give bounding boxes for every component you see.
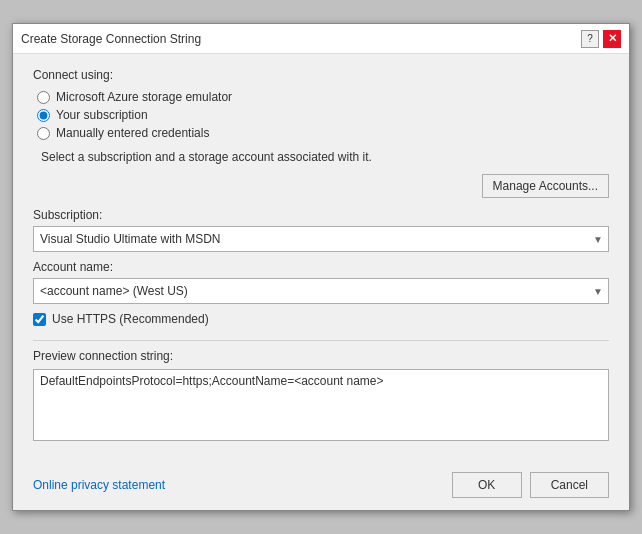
account-name-dropdown[interactable]: <account name> (West US) xyxy=(33,278,609,304)
preview-textarea[interactable] xyxy=(33,369,609,441)
title-bar-buttons: ? ✕ xyxy=(581,30,621,48)
manage-accounts-button[interactable]: Manage Accounts... xyxy=(482,174,609,198)
use-https-label: Use HTTPS (Recommended) xyxy=(52,312,209,326)
privacy-link[interactable]: Online privacy statement xyxy=(33,478,165,492)
dialog-title: Create Storage Connection String xyxy=(21,32,201,46)
https-checkbox-row: Use HTTPS (Recommended) xyxy=(33,312,609,326)
connect-using-label: Connect using: xyxy=(33,68,609,82)
account-name-label: Account name: xyxy=(33,260,609,274)
radio-subscription[interactable]: Your subscription xyxy=(37,108,609,122)
close-button[interactable]: ✕ xyxy=(603,30,621,48)
radio-group: Microsoft Azure storage emulator Your su… xyxy=(33,90,609,140)
preview-section: Preview connection string: xyxy=(33,349,609,444)
subscription-label: Subscription: xyxy=(33,208,609,222)
subscription-dropdown[interactable]: Visual Studio Ultimate with MSDN xyxy=(33,226,609,252)
preview-label: Preview connection string: xyxy=(33,349,609,363)
radio-subscription-label: Your subscription xyxy=(56,108,148,122)
radio-manual[interactable]: Manually entered credentials xyxy=(37,126,609,140)
ok-button[interactable]: OK xyxy=(452,472,522,498)
radio-manual-input[interactable] xyxy=(37,127,50,140)
help-button[interactable]: ? xyxy=(581,30,599,48)
title-bar: Create Storage Connection String ? ✕ xyxy=(13,24,629,54)
cancel-button[interactable]: Cancel xyxy=(530,472,609,498)
footer-buttons: OK Cancel xyxy=(452,472,609,498)
subscription-dropdown-wrapper: Visual Studio Ultimate with MSDN ▼ xyxy=(33,226,609,252)
use-https-checkbox[interactable] xyxy=(33,313,46,326)
dialog-footer: Online privacy statement OK Cancel xyxy=(13,464,629,510)
radio-emulator-label: Microsoft Azure storage emulator xyxy=(56,90,232,104)
radio-emulator-input[interactable] xyxy=(37,91,50,104)
title-bar-left: Create Storage Connection String xyxy=(21,32,201,46)
account-name-dropdown-wrapper: <account name> (West US) ▼ xyxy=(33,278,609,304)
info-text: Select a subscription and a storage acco… xyxy=(41,150,609,164)
manage-accounts-row: Manage Accounts... xyxy=(33,174,609,198)
divider xyxy=(33,340,609,341)
radio-subscription-input[interactable] xyxy=(37,109,50,122)
dialog-body: Connect using: Microsoft Azure storage e… xyxy=(13,54,629,464)
radio-manual-label: Manually entered credentials xyxy=(56,126,209,140)
subscription-section: Subscription: Visual Studio Ultimate wit… xyxy=(33,208,609,252)
account-name-section: Account name: <account name> (West US) ▼ xyxy=(33,260,609,304)
radio-emulator[interactable]: Microsoft Azure storage emulator xyxy=(37,90,609,104)
create-storage-dialog: Create Storage Connection String ? ✕ Con… xyxy=(12,23,630,511)
